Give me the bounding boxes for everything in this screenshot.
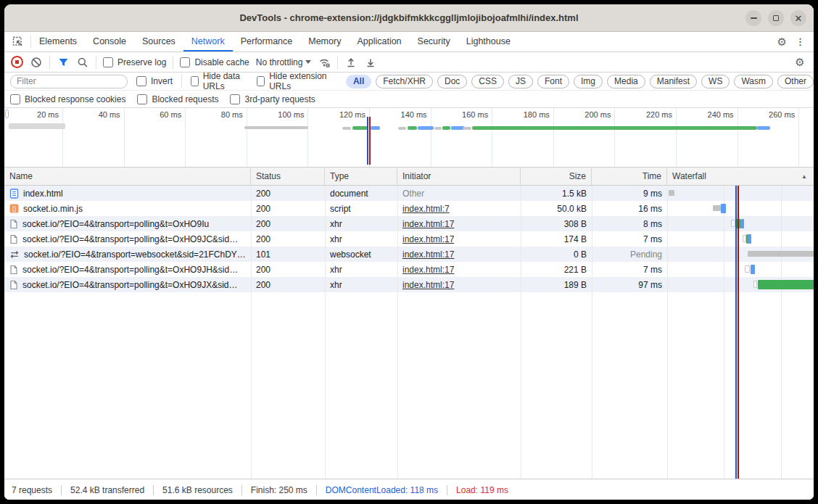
preserve-log-checkbox[interactable]: Preserve log: [103, 57, 166, 67]
chevron-down-icon: [305, 60, 311, 64]
initiator-link[interactable]: index.html:17: [402, 234, 454, 244]
status-item-finish: Finish: 250 ms: [241, 485, 316, 495]
request-waterfall-cell[interactable]: [667, 216, 814, 231]
network-request-row[interactable]: socket.io/?EIO=4&transport=polling&t=OxH…: [4, 262, 814, 277]
maximize-button[interactable]: [768, 10, 784, 26]
network-settings-button[interactable]: ⚙: [793, 56, 806, 69]
filter-chip-all[interactable]: All: [346, 75, 371, 88]
tab-application[interactable]: Application: [349, 32, 409, 51]
overview-gridline: [62, 108, 63, 167]
file-icon: [9, 265, 18, 275]
svg-text:(): (): [12, 205, 17, 212]
minimize-button[interactable]: [745, 10, 761, 26]
sort-arrow-icon[interactable]: ▲: [801, 173, 807, 180]
column-header-initiator[interactable]: Initiator: [397, 168, 521, 185]
column-header-waterfall[interactable]: Waterfall: [667, 168, 814, 185]
request-waterfall-cell[interactable]: [667, 262, 814, 277]
column-header-time[interactable]: Time: [592, 168, 667, 185]
tab-memory[interactable]: Memory: [300, 32, 349, 51]
filter-chip-font[interactable]: Font: [537, 75, 569, 88]
request-name-cell[interactable]: socket.io/?EIO=4&transport=polling&t=OxH…: [4, 231, 251, 247]
checkbox-icon: [180, 57, 190, 67]
request-name-cell[interactable]: socket.io/?EIO=4&transport=polling&t=OxH…: [4, 277, 251, 292]
column-header-size[interactable]: Size: [521, 168, 592, 185]
column-header-name[interactable]: Name: [4, 168, 251, 185]
overview-left-handle[interactable]: [5, 110, 9, 118]
network-request-row[interactable]: index.html200documentOther1.5 kB9 ms: [4, 186, 814, 201]
filter-chip-js[interactable]: JS: [508, 75, 533, 88]
network-request-row[interactable]: socket.io/?EIO=4&transport=polling&t=OxH…: [4, 216, 814, 231]
request-name-cell[interactable]: socket.io/?EIO=4&transport=websocket&sid…: [4, 247, 251, 262]
overview-gridline: [738, 108, 738, 167]
filter-chip-css[interactable]: CSS: [471, 75, 504, 88]
filter-chip-other[interactable]: Other: [777, 75, 814, 88]
tab-performance[interactable]: Performance: [233, 32, 301, 51]
request-name-cell[interactable]: socket.io/?EIO=4&transport=polling&t=OxH…: [4, 216, 251, 231]
network-request-row[interactable]: socket.io/?EIO=4&transport=polling&t=OxH…: [4, 277, 814, 292]
filter-chip-ws[interactable]: WS: [701, 75, 730, 88]
overview-tick-label: 260 ms: [751, 110, 795, 119]
overview-gridline: [124, 108, 125, 167]
devtools-settings-gear-icon[interactable]: ⚙: [777, 36, 787, 49]
network-options-bar: Blocked response cookies Blocked request…: [4, 91, 814, 108]
blocked-requests-checkbox[interactable]: Blocked requests: [137, 94, 218, 104]
initiator-link[interactable]: index.html:7: [402, 204, 450, 214]
blocked-response-cookies-checkbox[interactable]: Blocked response cookies: [10, 94, 125, 104]
filter-chip-doc[interactable]: Doc: [437, 75, 467, 88]
filter-button[interactable]: [57, 56, 70, 69]
filter-chip-img[interactable]: Img: [574, 75, 603, 88]
search-button[interactable]: [76, 56, 89, 69]
overview-tick-label: 60 ms: [138, 110, 181, 119]
column-header-type[interactable]: Type: [325, 168, 397, 185]
network-request-row[interactable]: socket.io/?EIO=4&transport=websocket&sid…: [4, 247, 814, 262]
tab-console[interactable]: Console: [85, 32, 134, 51]
request-waterfall-cell[interactable]: [667, 277, 814, 292]
column-header-status[interactable]: Status: [251, 168, 325, 185]
tab-lighthouse[interactable]: Lighthouse: [458, 32, 519, 51]
request-waterfall-cell[interactable]: [667, 247, 814, 262]
hide-data-urls-checkbox[interactable]: Hide data URLs: [191, 71, 248, 91]
window-titlebar[interactable]: DevTools - chrome-extension://jdgkbifmkk…: [4, 4, 814, 32]
request-waterfall-cell[interactable]: [667, 201, 814, 216]
overview-gridline: [798, 108, 799, 167]
request-waterfall-cell[interactable]: [667, 186, 814, 201]
clear-network-log-button[interactable]: [30, 56, 43, 69]
filter-input[interactable]: [10, 75, 128, 88]
tab-security[interactable]: Security: [410, 32, 458, 51]
request-time-cell: Pending: [592, 247, 667, 262]
network-request-row[interactable]: ()socket.io.min.js200scriptindex.html:75…: [4, 201, 814, 216]
filter-chip-media[interactable]: Media: [607, 75, 645, 88]
third-party-requests-checkbox[interactable]: 3rd-party requests: [230, 94, 315, 104]
more-options-icon[interactable]: ⋮: [796, 36, 805, 47]
request-name-cell[interactable]: socket.io/?EIO=4&transport=polling&t=OxH…: [4, 262, 251, 277]
tab-sources[interactable]: Sources: [134, 32, 183, 51]
network-overview-timeline[interactable]: 20 ms40 ms60 ms80 ms100 ms120 ms140 ms16…: [4, 108, 814, 168]
invert-checkbox[interactable]: Invert: [136, 76, 173, 86]
network-conditions-button[interactable]: [318, 56, 331, 69]
request-name-cell[interactable]: index.html: [4, 186, 251, 201]
inspect-element-button[interactable]: [4, 32, 30, 51]
disable-cache-checkbox[interactable]: Disable cache: [180, 57, 249, 67]
filter-icon: [58, 57, 69, 67]
filter-chip-manifest[interactable]: Manifest: [650, 75, 697, 88]
initiator-link[interactable]: index.html:17: [402, 219, 454, 229]
record-button[interactable]: [10, 56, 23, 69]
tab-elements[interactable]: Elements: [31, 32, 85, 51]
script-icon: (): [9, 204, 19, 213]
throttling-select[interactable]: No throttling: [256, 57, 312, 67]
initiator-link[interactable]: index.html:17: [402, 249, 454, 260]
filter-chip-fetch-xhr[interactable]: Fetch/XHR: [376, 75, 433, 88]
hide-extension-urls-checkbox[interactable]: Hide extension URLs: [257, 71, 330, 91]
tab-network[interactable]: Network: [183, 32, 233, 51]
filter-chip-wasm[interactable]: Wasm: [734, 75, 773, 88]
blocked-requests-label: Blocked requests: [152, 94, 218, 104]
export-har-button[interactable]: [364, 56, 377, 69]
initiator-link[interactable]: index.html:17: [402, 265, 454, 275]
request-name-cell[interactable]: ()socket.io.min.js: [4, 201, 251, 216]
request-time-cell: 7 ms: [592, 262, 667, 277]
initiator-link[interactable]: index.html:17: [402, 280, 454, 290]
network-request-row[interactable]: socket.io/?EIO=4&transport=polling&t=OxH…: [4, 231, 814, 247]
import-har-button[interactable]: [344, 56, 358, 69]
close-button[interactable]: ✕: [790, 10, 806, 26]
request-waterfall-cell[interactable]: [667, 231, 814, 247]
